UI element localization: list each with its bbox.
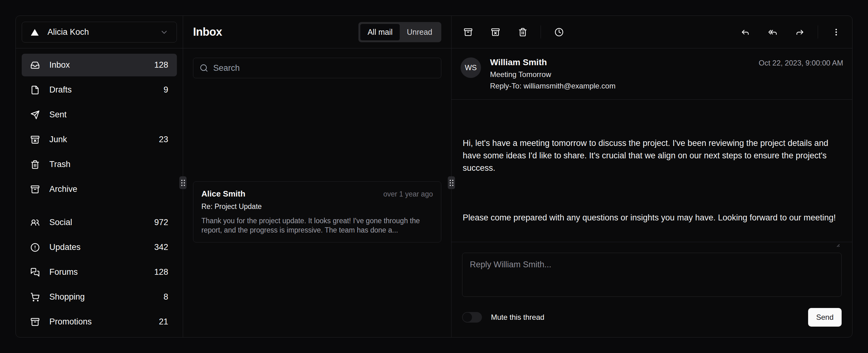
reply-footer: Mute this thread Send	[462, 308, 842, 327]
sidebar-item-label: Shopping	[49, 292, 85, 302]
mail-body: Hi, let's have a meeting tomorrow to dis…	[452, 100, 852, 242]
vercel-triangle-icon	[30, 28, 39, 37]
mail-filter-tabs: All mail Unread	[359, 22, 441, 42]
chevron-down-icon	[160, 28, 168, 37]
archive-icon	[30, 317, 40, 327]
archive-x-icon	[30, 135, 40, 144]
shopping-cart-icon	[30, 292, 40, 302]
page-title: Inbox	[193, 26, 222, 38]
email-preview: Thank you for the project update. It loo…	[202, 216, 433, 235]
sidebar-item-label: Inbox	[49, 60, 70, 70]
sender-info: William Smith Meeting Tomorrow Reply-To:…	[490, 57, 615, 90]
sidebar-item-count: 23	[159, 135, 168, 144]
sidebar-item-label: Junk	[49, 135, 67, 144]
sidebar-item-shopping[interactable]: Shopping 8	[22, 286, 177, 308]
sidebar-item-forums[interactable]: Forums 128	[22, 261, 177, 284]
sidebar-item-promotions[interactable]: Promotions 21	[22, 311, 177, 333]
sidebar-item-label: Drafts	[49, 85, 72, 95]
mail-date: Oct 22, 2023, 9:00:00 AM	[759, 57, 843, 67]
avatar: WS	[461, 57, 481, 78]
sidebar-item-count: 972	[154, 218, 168, 227]
sidebar-item-social[interactable]: Social 972	[22, 211, 177, 234]
mute-thread-label: Mute this thread	[491, 313, 544, 322]
reply-icon	[741, 28, 750, 37]
panel-divider	[183, 16, 183, 337]
email-subject: Re: Project Update	[202, 202, 433, 211]
move-to-junk-button[interactable]	[487, 23, 504, 41]
search-section	[183, 49, 451, 78]
sidebar-item-trash[interactable]: Trash	[22, 153, 177, 176]
sidebar-item-label: Archive	[49, 184, 77, 194]
list-header: Inbox All mail Unread	[183, 16, 451, 49]
move-to-trash-button[interactable]	[514, 23, 531, 41]
sidebar-item-junk[interactable]: Junk 23	[22, 128, 177, 151]
email-list-item[interactable]: Alice Smith over 1 year ago Re: Project …	[193, 181, 441, 242]
sidebar-item-sent[interactable]: Sent	[22, 104, 177, 126]
send-button[interactable]: Send	[808, 308, 842, 327]
archive-icon	[464, 28, 473, 37]
account-name: Alicia Koch	[48, 27, 89, 37]
forward-button[interactable]	[791, 23, 808, 41]
toolbar-right-group	[737, 23, 845, 41]
sidebar-item-label: Sent	[49, 110, 67, 120]
messages-square-icon	[30, 268, 40, 277]
sidebar-item-count: 342	[154, 242, 168, 252]
sidebar-item-count: 128	[154, 267, 168, 277]
mail-toolbar	[452, 16, 852, 49]
sidebar-item-count: 128	[154, 60, 168, 70]
sidebar-nav-secondary: Social 972 Updates 342 Forums 128 Shoppi…	[16, 206, 183, 337]
sender-name: William Smith	[490, 57, 615, 67]
toggle-thumb	[463, 313, 472, 322]
trash-icon	[30, 160, 40, 169]
email-sender: Alice Smith	[202, 189, 246, 199]
sidebar-item-archive[interactable]: Archive	[22, 178, 177, 201]
sidebar-item-count: 8	[163, 292, 168, 302]
toolbar-separator	[818, 26, 818, 38]
resize-handle-icon[interactable]	[835, 242, 840, 247]
mail-detail-panel: WS William Smith Meeting Tomorrow Reply-…	[452, 16, 852, 337]
mail-paragraph: Hi, let's have a meeting tomorrow to dis…	[463, 137, 841, 174]
inbox-icon	[30, 61, 40, 70]
file-icon	[30, 85, 40, 95]
email-item-header: Alice Smith over 1 year ago	[202, 189, 433, 199]
sidebar: Alicia Koch Inbox 128 Drafts 9 Sent	[16, 16, 183, 337]
sidebar-item-inbox[interactable]: Inbox 128	[22, 54, 177, 77]
tab-all-mail[interactable]: All mail	[360, 24, 400, 40]
panel-resize-handle[interactable]	[179, 176, 187, 189]
panel-resize-handle[interactable]	[448, 176, 455, 189]
sidebar-item-label: Forums	[49, 267, 78, 277]
mail-paragraph: Please come prepared with any questions …	[463, 211, 841, 224]
sidebar-item-drafts[interactable]: Drafts 9	[22, 79, 177, 101]
archive-button[interactable]	[459, 23, 477, 41]
snooze-button[interactable]	[550, 23, 567, 41]
reply-textarea[interactable]	[462, 253, 842, 297]
reply-section: Mute this thread Send	[452, 242, 852, 337]
reply-all-icon	[768, 28, 777, 37]
mail-app-window: Alicia Koch Inbox 128 Drafts 9 Sent	[16, 16, 852, 337]
email-list: Alice Smith over 1 year ago Re: Project …	[183, 78, 451, 337]
sidebar-item-count: 9	[163, 85, 168, 95]
sidebar-item-label: Updates	[49, 242, 81, 252]
search-icon	[199, 64, 208, 72]
sidebar-item-label: Social	[49, 218, 72, 227]
account-switcher[interactable]: Alicia Koch	[22, 22, 177, 42]
trash-icon	[518, 28, 527, 37]
send-icon	[30, 110, 40, 120]
reply-to-address: Reply-To: williamsmith@example.com	[490, 82, 615, 90]
sidebar-header: Alicia Koch	[16, 16, 183, 49]
sidebar-item-updates[interactable]: Updates 342	[22, 236, 177, 259]
email-time: over 1 year ago	[383, 190, 433, 198]
more-vertical-icon	[832, 28, 841, 37]
search-input[interactable]	[213, 63, 435, 73]
email-list-panel: Inbox All mail Unread Alice Smith over 1…	[183, 16, 451, 337]
alert-circle-icon	[30, 243, 40, 252]
sidebar-item-count: 21	[159, 317, 168, 327]
reply-button[interactable]	[737, 23, 754, 41]
archive-icon	[30, 185, 40, 194]
more-options-button[interactable]	[827, 23, 845, 41]
mute-thread-toggle[interactable]	[462, 312, 482, 323]
reply-all-button[interactable]	[764, 23, 781, 41]
tab-unread[interactable]: Unread	[400, 24, 439, 40]
users-icon	[30, 218, 40, 227]
sidebar-item-label: Trash	[49, 159, 70, 169]
